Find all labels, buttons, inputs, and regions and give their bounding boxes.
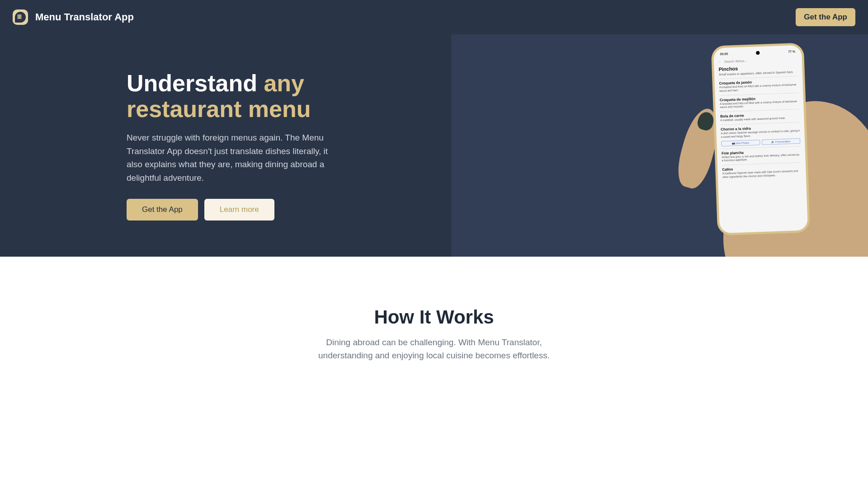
hero-description: Never struggle with foreign menus again.… xyxy=(127,131,330,184)
hero-section: Understand any restaurant menu Never str… xyxy=(0,34,868,257)
hero-title: Understand any restaurant menu xyxy=(127,70,339,122)
back-arrow-icon: ← xyxy=(718,60,722,63)
get-the-app-header-button[interactable]: Get the App xyxy=(796,8,855,26)
app-logo-icon xyxy=(13,9,28,25)
brand-name: Menu Translator App xyxy=(35,11,134,23)
hero-title-part1: Understand xyxy=(127,70,264,96)
dish-section: Pinchos Small snacks or appetizers, ofte… xyxy=(718,62,802,183)
dish-item: Croqueta de mejillón A breaded and fried… xyxy=(720,93,799,112)
brand[interactable]: Menu Translator App xyxy=(13,9,134,25)
dish-item: Callos A traditional Spanish stew made w… xyxy=(722,162,802,182)
hero-buttons: Get the App Learn more xyxy=(127,199,339,221)
phone-battery: 77 % xyxy=(788,50,795,54)
learn-more-button[interactable]: Learn more xyxy=(204,199,274,221)
how-it-works-title: How It Works xyxy=(9,306,859,328)
phone-screen: 20:05 77 % ← Search dishes... Pinchos Sm… xyxy=(713,45,808,234)
phone-time: 20:05 xyxy=(720,52,728,56)
pronunciation-chip: 🔊 Pronunciation xyxy=(762,138,801,145)
get-the-app-hero-button[interactable]: Get the App xyxy=(127,199,198,221)
phone-mockup: 20:05 77 % ← Search dishes... Pinchos Sm… xyxy=(711,43,811,236)
dish-item: Chorizo a la sidra A dish where Spanish … xyxy=(721,122,801,149)
how-it-works-subtitle: Dining abroad can be challenging. With M… xyxy=(303,336,565,362)
how-it-works-section: How It Works Dining abroad can be challe… xyxy=(0,257,868,389)
dish-photos-chip: 📷 Dish Photos xyxy=(721,140,760,146)
hero-text-column: Understand any restaurant menu Never str… xyxy=(0,34,451,257)
phone-camera-icon xyxy=(756,51,760,55)
dish-item: Croqueta de jamón A breaded and fried ro… xyxy=(719,76,798,95)
dish-item: Foie plancha Grilled foie gras, a rich a… xyxy=(722,146,801,165)
hero-image-column: 20:05 77 % ← Search dishes... Pinchos Sm… xyxy=(451,34,868,257)
site-header: Menu Translator App Get the App xyxy=(0,0,868,34)
phone-search-placeholder: Search dishes... xyxy=(724,59,747,63)
hand-holding-phone-image: 20:05 77 % ← Search dishes... Pinchos Sm… xyxy=(669,40,868,257)
dish-action-chips: 📷 Dish Photos 🔊 Pronunciation xyxy=(721,138,800,146)
